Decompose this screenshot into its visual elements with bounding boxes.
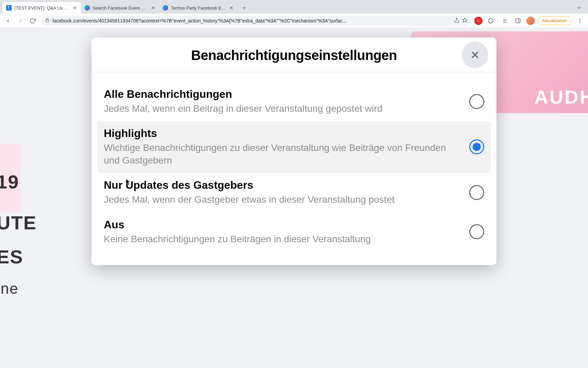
svg-rect-0 [46, 20, 49, 22]
new-tab-button[interactable]: ＋ [240, 3, 249, 13]
radio-icon[interactable] [469, 224, 484, 239]
option-off[interactable]: Aus Keine Benachrichtigungen zu Beiträge… [97, 212, 491, 251]
radio-icon[interactable] [469, 185, 484, 200]
reading-list-icon[interactable] [499, 15, 510, 26]
notification-settings-modal: Benachrichtigungseinstellungen Alle Bena… [92, 37, 496, 265]
bg-text-fragment: ES [0, 246, 23, 268]
radio-icon[interactable] [469, 139, 484, 154]
back-button[interactable] [3, 15, 14, 26]
profile-avatar[interactable] [526, 16, 535, 25]
side-panel-icon[interactable] [512, 15, 523, 26]
close-button[interactable] [462, 42, 488, 68]
tab-canva-techno[interactable]: Techno Party Facebook Event C ✕ [159, 2, 238, 14]
forward-button[interactable] [15, 15, 26, 26]
menu-icon[interactable] [574, 15, 585, 26]
option-title: Highlights [104, 127, 462, 140]
modal-title: Benachrichtigungseinstellungen [98, 48, 490, 63]
tab-title: (TEST EVENT): Q&A Livestream [14, 5, 69, 11]
option-all-notifications[interactable]: Alle Benachrichtigungen Jedes Mal, wenn … [97, 82, 491, 121]
radio-icon[interactable] [469, 94, 484, 109]
svg-point-13 [579, 22, 581, 23]
tab-canva-search[interactable]: Search Facebook Event Cover ✕ [81, 2, 159, 14]
close-icon [469, 49, 481, 61]
option-highlights[interactable]: Highlights Wichtige Benachrichtigungen z… [97, 121, 491, 173]
option-description: Jedes Mal, wenn der Gastgeber etwas in d… [104, 194, 462, 206]
tab-close-icon[interactable]: ✕ [229, 5, 234, 11]
svg-point-12 [579, 20, 581, 21]
tab-close-icon[interactable]: ✕ [72, 5, 78, 11]
lock-icon [45, 18, 50, 24]
option-title: Alle Benachrichtigungen [104, 88, 462, 101]
extensions-icon[interactable] [485, 15, 496, 26]
svg-marker-2 [462, 18, 467, 22]
reload-button[interactable] [27, 15, 38, 26]
extension-adblock-icon[interactable] [474, 17, 483, 25]
url-text: facebook.com/events/401345811934706?acon… [52, 18, 451, 24]
update-button[interactable]: Aktualisieren [538, 16, 572, 25]
star-icon[interactable] [462, 17, 468, 24]
cover-brand-text: AUDH [534, 86, 588, 108]
option-title: Nur Updates des Gastgebers [104, 179, 462, 191]
tab-strip: (TEST EVENT): Q&A Livestream ✕ Search Fa… [0, 0, 588, 14]
tab-title: Techno Party Facebook Event C [171, 5, 226, 11]
share-icon[interactable] [454, 17, 459, 24]
tab-facebook-event[interactable]: (TEST EVENT): Q&A Livestream ✕ [3, 2, 81, 14]
option-description: Jedes Mal, wenn ein Beitrag in dieser Ve… [104, 103, 462, 115]
browser-chrome: (TEST EVENT): Q&A Livestream ✕ Search Fa… [0, 0, 588, 28]
tab-close-icon[interactable]: ✕ [150, 5, 156, 11]
bg-text-fragment: 19 [0, 171, 19, 193]
canva-favicon-icon [84, 5, 90, 11]
modal-header: Benachrichtigungseinstellungen [92, 37, 496, 72]
option-description: Wichtige Benachrichtigungen zu dieser Ve… [104, 142, 462, 167]
notification-options-list: Alle Benachrichtigungen Jedes Mal, wenn … [92, 72, 496, 265]
option-host-updates[interactable]: Nur Updates des Gastgebers Jedes Mal, we… [97, 173, 491, 212]
facebook-favicon-icon [6, 5, 12, 11]
tabs-dropdown-icon[interactable] [574, 3, 584, 13]
svg-rect-9 [516, 19, 520, 23]
tab-title: Search Facebook Event Cover [93, 5, 148, 11]
address-bar[interactable]: facebook.com/events/401345811934706?acon… [42, 16, 471, 26]
option-title: Aus [104, 218, 462, 231]
canva-favicon-icon [163, 5, 168, 11]
bg-text-fragment: ine [0, 280, 19, 297]
bg-text-fragment: UTE [0, 212, 37, 234]
browser-toolbar: facebook.com/events/401345811934706?acon… [0, 14, 588, 28]
option-description: Keine Benachrichtigungen zu Beiträgen in… [104, 233, 462, 245]
svg-point-11 [579, 18, 581, 19]
